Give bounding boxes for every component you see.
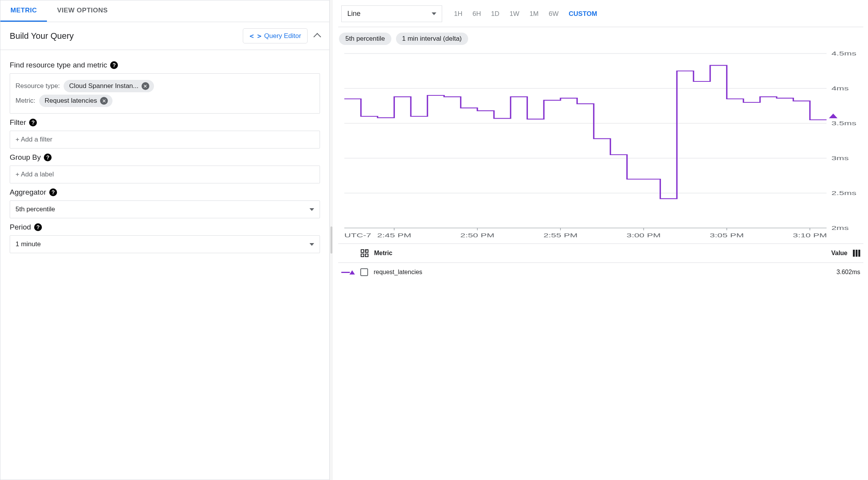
code-icon: < > bbox=[249, 32, 261, 40]
chart-area[interactable]: 2ms2.5ms3ms3.5ms4ms4.5ms2:45 PM2:50 PM2:… bbox=[338, 50, 863, 243]
close-icon[interactable]: ✕ bbox=[100, 97, 108, 105]
filter-input[interactable]: + Add a filter bbox=[10, 131, 320, 148]
svg-text:UTC-7: UTC-7 bbox=[344, 232, 371, 238]
percentile-chip: 5th percentile bbox=[339, 33, 391, 45]
help-icon[interactable]: ? bbox=[29, 119, 37, 126]
range-1h[interactable]: 1H bbox=[454, 10, 462, 18]
close-icon[interactable]: ✕ bbox=[142, 82, 149, 90]
layout-grid-icon[interactable] bbox=[361, 249, 368, 257]
metric-value: Request latencies bbox=[45, 97, 97, 105]
tab-metric[interactable]: METRIC bbox=[0, 0, 47, 22]
left-panel: METRIC VIEW OPTIONS Build Your Query < >… bbox=[0, 0, 330, 480]
collapse-chevron-icon[interactable] bbox=[314, 33, 322, 41]
svg-text:4ms: 4ms bbox=[832, 85, 849, 92]
period-label: Period bbox=[10, 223, 31, 231]
range-6w[interactable]: 6W bbox=[549, 10, 559, 18]
aggregator-select[interactable]: 5th percentile bbox=[10, 200, 320, 218]
svg-text:3ms: 3ms bbox=[832, 155, 849, 161]
tab-view-options[interactable]: VIEW OPTIONS bbox=[47, 0, 118, 22]
line-chart: 2ms2.5ms3ms3.5ms4ms4.5ms2:45 PM2:50 PM2:… bbox=[338, 50, 863, 243]
range-1m[interactable]: 1M bbox=[529, 10, 539, 18]
period-value: 1 minute bbox=[16, 240, 41, 248]
chart-type-value: Line bbox=[347, 10, 360, 18]
columns-icon[interactable] bbox=[853, 250, 860, 257]
svg-text:3.5ms: 3.5ms bbox=[832, 120, 856, 126]
series-checkbox[interactable] bbox=[360, 268, 368, 276]
chart-top-bar: Line 1H6H1D1W1M6WCUSTOM bbox=[338, 0, 863, 27]
range-1w[interactable]: 1W bbox=[510, 10, 520, 18]
right-panel: Line 1H6H1D1W1M6WCUSTOM 5th percentile 1… bbox=[333, 0, 868, 480]
resize-grip-icon bbox=[330, 226, 332, 254]
metric-chip[interactable]: Request latencies ✕ bbox=[39, 95, 112, 107]
resource-type-label: Resource type: bbox=[16, 82, 60, 90]
dropdown-icon bbox=[310, 243, 314, 246]
series-glyph-icon bbox=[341, 270, 355, 275]
find-metric-label: Find resource type and metric bbox=[10, 61, 107, 69]
legend-metric-col: Metric bbox=[374, 250, 392, 257]
interval-chip: 1 min interval (delta) bbox=[396, 33, 468, 45]
svg-marker-26 bbox=[829, 114, 838, 118]
svg-text:4.5ms: 4.5ms bbox=[832, 50, 856, 57]
dropdown-icon bbox=[310, 208, 314, 211]
series-value: 3.602ms bbox=[837, 269, 860, 276]
help-icon[interactable]: ? bbox=[34, 223, 42, 231]
dropdown-icon bbox=[432, 12, 436, 15]
groupby-label: Group By bbox=[10, 153, 41, 162]
legend-header: Metric Value bbox=[338, 243, 863, 262]
legend-row[interactable]: request_latencies 3.602ms bbox=[338, 262, 863, 281]
svg-text:2:50 PM: 2:50 PM bbox=[460, 232, 495, 238]
range-custom[interactable]: CUSTOM bbox=[569, 10, 597, 18]
svg-text:2ms: 2ms bbox=[832, 224, 849, 231]
groupby-input[interactable]: + Add a label bbox=[10, 166, 320, 183]
range-6h[interactable]: 6H bbox=[472, 10, 481, 18]
svg-text:2:55 PM: 2:55 PM bbox=[544, 232, 578, 238]
svg-text:3:10 PM: 3:10 PM bbox=[793, 232, 827, 238]
help-icon[interactable]: ? bbox=[49, 188, 57, 196]
filter-label: Filter bbox=[10, 118, 26, 127]
metric-label: Metric: bbox=[16, 97, 35, 105]
build-query-header: Build Your Query < > Query Editor bbox=[0, 22, 329, 50]
series-name: request_latencies bbox=[373, 269, 422, 276]
period-select[interactable]: 1 minute bbox=[10, 235, 320, 253]
left-tabs: METRIC VIEW OPTIONS bbox=[0, 0, 329, 22]
resource-type-value: Cloud Spanner Instan... bbox=[69, 82, 138, 90]
svg-text:2:45 PM: 2:45 PM bbox=[377, 232, 412, 238]
chart-chips-row: 5th percentile 1 min interval (delta) bbox=[338, 27, 863, 47]
time-range-group: 1H6H1D1W1M6WCUSTOM bbox=[454, 10, 597, 18]
svg-text:3:05 PM: 3:05 PM bbox=[710, 232, 744, 238]
chart-type-select[interactable]: Line bbox=[341, 5, 442, 22]
query-editor-label: Query Editor bbox=[264, 32, 301, 40]
resource-metric-box[interactable]: Resource type: Cloud Spanner Instan... ✕… bbox=[10, 73, 320, 114]
help-icon[interactable]: ? bbox=[44, 154, 52, 161]
legend-value-col: Value bbox=[831, 250, 847, 257]
help-icon[interactable]: ? bbox=[110, 61, 118, 69]
query-editor-button[interactable]: < > Query Editor bbox=[243, 28, 308, 43]
aggregator-label: Aggregator bbox=[10, 188, 46, 197]
svg-text:3:00 PM: 3:00 PM bbox=[627, 232, 661, 238]
section-title: Build Your Query bbox=[10, 31, 74, 41]
range-1d[interactable]: 1D bbox=[491, 10, 500, 18]
resource-type-chip[interactable]: Cloud Spanner Instan... ✕ bbox=[64, 80, 154, 92]
svg-text:2.5ms: 2.5ms bbox=[832, 190, 856, 196]
panel-resize-handle[interactable] bbox=[330, 0, 333, 480]
aggregator-value: 5th percentile bbox=[16, 205, 55, 213]
